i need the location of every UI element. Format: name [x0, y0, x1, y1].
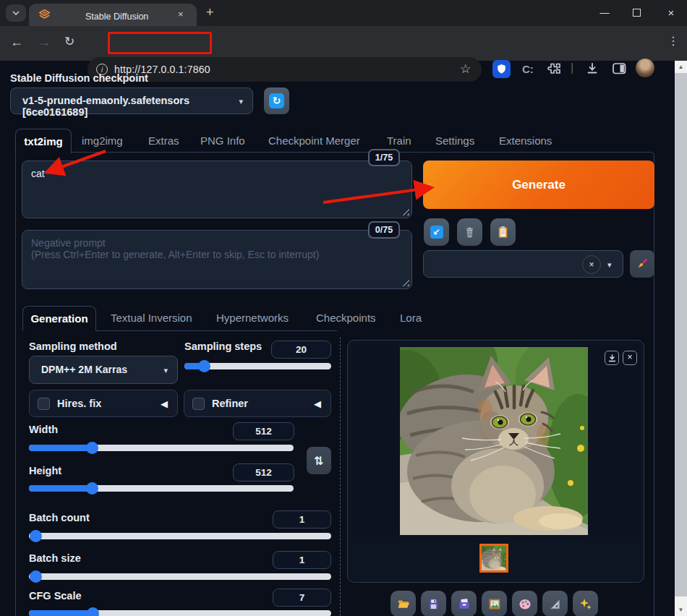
cfg-scale-input[interactable]: 7	[273, 589, 331, 607]
close-image-button[interactable]: ×	[623, 351, 637, 365]
bookmark-star-icon[interactable]: ☆	[460, 63, 471, 75]
browser-menu-icon[interactable]: ⋮	[667, 35, 679, 47]
collapse-left-icon[interactable]: ◀	[314, 398, 321, 409]
refiner-checkbox[interactable]	[192, 398, 205, 410]
width-slider-fill	[29, 445, 92, 451]
browser-tab-strip: Stable Diffusion × + — ×	[0, 0, 687, 26]
open-folder-button[interactable]	[391, 591, 416, 616]
width-slider-handle[interactable]	[86, 442, 98, 454]
tab-txt2img[interactable]: txt2img	[15, 129, 72, 153]
gallery-thumbnail-selected[interactable]	[479, 544, 508, 573]
extensions-puzzle-icon[interactable]	[546, 61, 562, 75]
stable-diffusion-favicon	[38, 9, 51, 21]
sampling-steps-slider-handle[interactable]	[198, 360, 210, 372]
c-extension-icon[interactable]: C:	[522, 63, 534, 75]
sampling-method-dropdown[interactable]: DPM++ 2M Karras ▾	[29, 356, 178, 384]
tab-img2img[interactable]: img2img	[82, 134, 123, 147]
tab-png-info[interactable]: PNG Info	[200, 134, 245, 147]
paintbrush-icon	[635, 257, 649, 271]
new-tab-button[interactable]: +	[206, 6, 214, 19]
prompt-token-counter: 1/75	[368, 149, 400, 166]
tab-search-button[interactable]	[6, 4, 26, 22]
scrollbar-thumb[interactable]	[675, 73, 687, 596]
batch-size-input[interactable]: 1	[273, 551, 331, 569]
window-close-button[interactable]: ×	[664, 6, 678, 20]
browser-toolbar: ← → ↻ i ☆ http://127.0.0.1:7860 C: | ⋮	[0, 26, 687, 61]
collapse-left-icon[interactable]: ◀	[161, 398, 168, 409]
clear-prompt-button[interactable]	[457, 218, 482, 246]
save-image-button[interactable]	[421, 591, 446, 616]
triangular-ruler-icon	[549, 598, 561, 610]
browser-tab[interactable]: Stable Diffusion ×	[29, 4, 197, 26]
paste-generation-params-button[interactable]: ↙	[424, 218, 449, 246]
tab-extras[interactable]: Extras	[148, 134, 179, 147]
tab-generation[interactable]: Generation	[22, 306, 96, 331]
toolbar-separator: |	[571, 62, 573, 74]
chevron-down-icon	[12, 11, 20, 15]
sampling-steps-input[interactable]: 20	[271, 341, 331, 359]
bitwarden-extension-icon[interactable]	[492, 60, 511, 78]
download-image-button[interactable]	[605, 351, 619, 365]
clear-styles-icon[interactable]: ×	[582, 255, 601, 274]
hires-fix-checkbox[interactable]	[38, 398, 50, 410]
reload-button[interactable]: ↻	[64, 35, 74, 48]
refiner-toggle[interactable]: Refiner ◀	[184, 390, 331, 417]
save-zip-button[interactable]	[451, 591, 477, 616]
clipboard-icon	[497, 226, 509, 239]
checkpoint-dropdown[interactable]: v1-5-pruned-emaonly.safetensors [6ce0161…	[10, 87, 253, 114]
forward-button[interactable]: →	[38, 35, 51, 48]
cfg-scale-slider-handle[interactable]	[87, 607, 99, 616]
prompt-textbox[interactable]: cat	[22, 161, 411, 218]
send-to-inpaint-button[interactable]	[512, 591, 537, 616]
side-panel-icon[interactable]	[613, 63, 626, 74]
height-input[interactable]: 512	[233, 463, 294, 482]
edit-styles-button[interactable]	[630, 250, 654, 278]
tab-hypernetworks[interactable]: Hypernetworks	[216, 312, 289, 324]
tab-lora[interactable]: Lora	[400, 312, 422, 324]
chevron-down-icon[interactable]: ▾	[607, 260, 612, 270]
chevron-down-icon: ▾	[239, 97, 243, 106]
send-to-img2img-button[interactable]	[482, 591, 507, 616]
height-label: Height	[29, 465, 61, 476]
tab-checkpoint-merger[interactable]: Checkpoint Merger	[268, 134, 360, 147]
apply-styles-button[interactable]	[490, 218, 516, 246]
column-resize-divider[interactable]	[340, 337, 341, 616]
batch-count-slider-handle[interactable]	[30, 530, 42, 542]
framed-picture-icon	[488, 598, 501, 610]
batch-size-label: Batch size	[29, 552, 81, 564]
tab-checkpoints[interactable]: Checkpoints	[316, 312, 376, 324]
send-to-extras-button[interactable]	[542, 591, 568, 616]
tab-extensions[interactable]: Extensions	[499, 134, 552, 147]
batch-size-slider-handle[interactable]	[30, 570, 42, 583]
upscale-sparkles-button[interactable]	[573, 591, 598, 616]
tab-train[interactable]: Train	[387, 134, 411, 147]
tab-close-icon[interactable]: ×	[178, 9, 184, 19]
tab-textual-inversion[interactable]: Textual Inversion	[111, 312, 192, 324]
card-file-box-icon	[458, 597, 471, 610]
height-slider-handle[interactable]	[86, 482, 98, 495]
styles-dropdown[interactable]: × ▾	[423, 250, 623, 278]
downloads-icon[interactable]	[586, 62, 599, 75]
refresh-checkpoints-button[interactable]: ↻	[264, 87, 289, 114]
window-maximize-button[interactable]	[633, 9, 641, 17]
sparkles-icon	[579, 597, 592, 610]
width-input[interactable]: 512	[233, 422, 294, 440]
tab-settings[interactable]: Settings	[435, 134, 474, 147]
batch-size-slider[interactable]	[29, 573, 331, 580]
batch-count-slider[interactable]	[29, 533, 331, 539]
generate-button[interactable]: Generate	[423, 161, 654, 209]
refresh-icon: ↻	[269, 93, 284, 108]
height-slider-fill	[29, 485, 92, 492]
hires-fix-toggle[interactable]: Hires. fix ◀	[29, 390, 178, 417]
negative-prompt-textbox[interactable]	[22, 231, 411, 288]
profile-avatar[interactable]	[636, 59, 654, 77]
cfg-scale-slider-fill	[29, 610, 93, 616]
window-minimize-button[interactable]: —	[597, 6, 612, 20]
batch-count-input[interactable]: 1	[273, 510, 331, 529]
generated-cat-image[interactable]	[400, 347, 588, 535]
back-button[interactable]: ←	[10, 35, 23, 48]
scrollbar-up-arrow[interactable]: ▲	[675, 61, 687, 73]
arrow-down-left-icon: ↙	[430, 226, 443, 239]
swap-dimensions-button[interactable]: ⇅	[307, 447, 331, 474]
scrollbar-down-arrow[interactable]: ▼	[675, 604, 687, 616]
